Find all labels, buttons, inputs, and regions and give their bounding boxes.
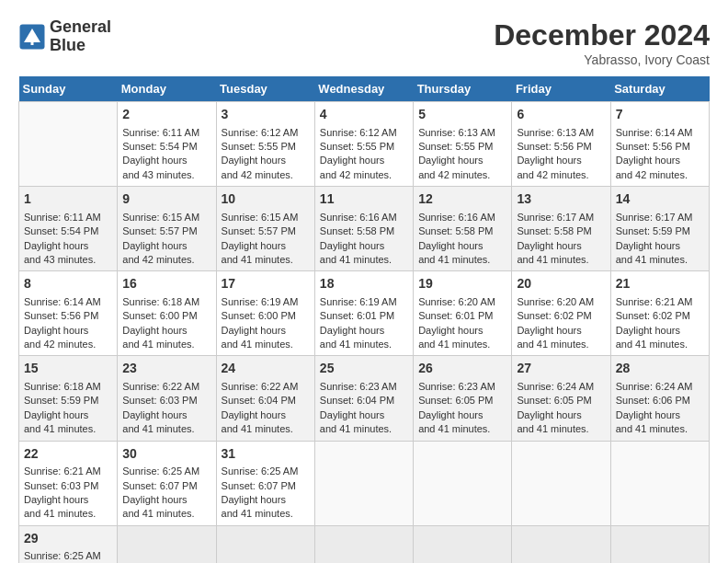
sunset-text: Sunset: 6:06 PM [616, 395, 690, 406]
day-number: 8 [24, 275, 112, 293]
day-number: 9 [122, 190, 210, 209]
sunrise-text: Sunrise: 6:24 AM [517, 381, 594, 392]
calendar-cell: 17Sunrise: 6:19 AMSunset: 6:00 PMDayligh… [216, 271, 314, 356]
sunset-text: Sunset: 5:55 PM [418, 141, 493, 152]
day-number: 17 [222, 275, 310, 293]
month-title: December 2024 [494, 18, 710, 52]
day-number: 29 [24, 530, 112, 548]
sunrise-text: Sunrise: 6:24 AM [616, 381, 693, 392]
calendar-cell [414, 525, 512, 563]
calendar-cell [216, 525, 314, 563]
calendar-cell: 9Sunrise: 6:15 AMSunset: 5:57 PMDaylight… [118, 187, 216, 271]
daylight-duration: and 41 minutes. [222, 423, 293, 434]
calendar-cell: 5Sunrise: 6:13 AMSunset: 5:55 PMDaylight… [414, 102, 512, 187]
daylight-label: Daylight hours [24, 409, 88, 420]
calendar-week-row: 8Sunrise: 6:14 AMSunset: 5:56 PMDaylight… [19, 271, 710, 356]
calendar-week-row: 15Sunrise: 6:18 AMSunset: 5:59 PMDayligh… [19, 356, 710, 441]
daylight-duration: and 41 minutes. [418, 423, 490, 434]
sunrise-text: Sunrise: 6:12 AM [222, 127, 299, 138]
sunrise-text: Sunrise: 6:18 AM [122, 296, 199, 307]
sunset-text: Sunset: 6:05 PM [418, 395, 493, 406]
sunset-text: Sunset: 5:59 PM [616, 225, 690, 236]
sunrise-text: Sunrise: 6:22 AM [222, 381, 299, 392]
calendar-cell: 27Sunrise: 6:24 AMSunset: 6:05 PMDayligh… [512, 356, 610, 441]
sunset-text: Sunset: 5:59 PM [24, 395, 98, 406]
logo-text: General Blue [50, 18, 111, 55]
calendar-cell: 3Sunrise: 6:12 AMSunset: 5:55 PMDaylight… [216, 102, 314, 187]
calendar-cell: 24Sunrise: 6:22 AMSunset: 6:04 PMDayligh… [216, 356, 314, 441]
calendar-cell [610, 525, 709, 563]
day-number: 18 [320, 275, 408, 293]
calendar-cell: 29Sunrise: 6:25 AMSunset: 6:06 PMDayligh… [19, 525, 118, 563]
daylight-duration: and 42 minutes. [418, 169, 490, 180]
sunset-text: Sunset: 6:07 PM [222, 480, 296, 491]
sunrise-text: Sunrise: 6:25 AM [122, 465, 199, 477]
sunset-text: Sunset: 6:03 PM [122, 395, 197, 406]
daylight-duration: and 42 minutes. [222, 169, 293, 180]
day-number: 6 [517, 106, 605, 124]
daylight-duration: and 42 minutes. [122, 254, 194, 265]
calendar-cell: 13Sunrise: 6:17 AMSunset: 5:58 PMDayligh… [512, 187, 610, 271]
daylight-duration: and 41 minutes. [616, 254, 688, 265]
daylight-label: Daylight hours [616, 240, 680, 251]
sunrise-text: Sunrise: 6:25 AM [24, 550, 101, 561]
sunset-text: Sunset: 5:58 PM [320, 225, 394, 236]
daylight-label: Daylight hours [418, 155, 483, 166]
sunrise-text: Sunrise: 6:17 AM [616, 212, 693, 223]
sunset-text: Sunset: 5:56 PM [517, 141, 591, 152]
calendar-cell: 25Sunrise: 6:23 AMSunset: 6:04 PMDayligh… [314, 356, 413, 441]
sunrise-text: Sunrise: 6:18 AM [24, 381, 101, 392]
sunrise-text: Sunrise: 6:21 AM [616, 296, 693, 307]
day-number: 10 [222, 190, 310, 209]
daylight-duration: and 41 minutes. [320, 339, 392, 350]
calendar-cell: 12Sunrise: 6:16 AMSunset: 5:58 PMDayligh… [414, 187, 512, 271]
sunrise-text: Sunrise: 6:14 AM [616, 127, 693, 138]
sunset-text: Sunset: 6:04 PM [222, 395, 296, 406]
calendar-week-row: 22Sunrise: 6:21 AMSunset: 6:03 PMDayligh… [19, 441, 710, 525]
day-number: 4 [320, 106, 408, 124]
daylight-duration: and 41 minutes. [418, 339, 490, 350]
sunset-text: Sunset: 6:02 PM [616, 310, 690, 321]
daylight-duration: and 41 minutes. [517, 339, 588, 350]
daylight-duration: and 41 minutes. [222, 508, 293, 519]
sunset-text: Sunset: 5:57 PM [122, 225, 197, 236]
calendar-cell: 30Sunrise: 6:25 AMSunset: 6:07 PMDayligh… [118, 441, 216, 525]
daylight-duration: and 41 minutes. [122, 508, 194, 519]
daylight-label: Daylight hours [320, 409, 384, 420]
title-area: December 2024 Yabrasso, Ivory Coast [494, 18, 710, 67]
calendar-cell: 23Sunrise: 6:22 AMSunset: 6:03 PMDayligh… [118, 356, 216, 441]
calendar-week-row: 29Sunrise: 6:25 AMSunset: 6:06 PMDayligh… [19, 525, 710, 563]
daylight-label: Daylight hours [24, 240, 88, 251]
day-header-tuesday: Tuesday [216, 76, 314, 102]
daylight-label: Daylight hours [320, 240, 384, 251]
sunset-text: Sunset: 6:04 PM [320, 395, 394, 406]
daylight-duration: and 41 minutes. [517, 423, 588, 434]
day-number: 12 [418, 190, 506, 209]
sunset-text: Sunset: 6:03 PM [24, 480, 98, 491]
sunrise-text: Sunrise: 6:23 AM [418, 381, 495, 392]
daylight-duration: and 41 minutes. [122, 423, 194, 434]
calendar-cell [512, 441, 610, 525]
daylight-label: Daylight hours [222, 240, 286, 251]
calendar-header-row: SundayMondayTuesdayWednesdayThursdayFrid… [19, 76, 710, 102]
daylight-label: Daylight hours [122, 409, 187, 420]
calendar-cell: 7Sunrise: 6:14 AMSunset: 5:56 PMDaylight… [610, 102, 709, 187]
calendar-week-row: 1Sunrise: 6:11 AMSunset: 5:54 PMDaylight… [19, 187, 710, 271]
sunrise-text: Sunrise: 6:13 AM [418, 127, 495, 138]
daylight-label: Daylight hours [616, 155, 680, 166]
logo: General Blue [18, 18, 111, 55]
day-header-friday: Friday [512, 76, 610, 102]
calendar-cell: 21Sunrise: 6:21 AMSunset: 6:02 PMDayligh… [610, 271, 709, 356]
day-number: 5 [418, 106, 506, 124]
sunset-text: Sunset: 6:05 PM [517, 395, 591, 406]
day-number: 2 [122, 106, 210, 124]
sunset-text: Sunset: 5:55 PM [320, 141, 394, 152]
calendar-cell [118, 525, 216, 563]
daylight-duration: and 41 minutes. [616, 423, 688, 434]
daylight-label: Daylight hours [122, 240, 187, 251]
daylight-label: Daylight hours [517, 240, 581, 251]
daylight-label: Daylight hours [616, 409, 680, 420]
sunrise-text: Sunrise: 6:20 AM [517, 296, 594, 307]
header: General Blue December 2024 Yabrasso, Ivo… [18, 18, 710, 67]
calendar-cell: 1Sunrise: 6:11 AMSunset: 5:54 PMDaylight… [19, 187, 118, 271]
